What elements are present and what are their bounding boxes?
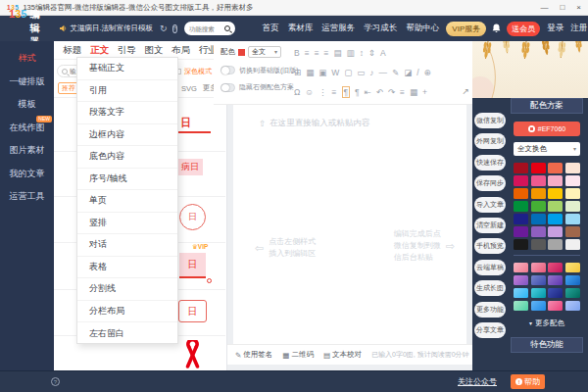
help-circle-icon[interactable]: ? xyxy=(172,24,177,33)
quick-save-button[interactable]: 快速保存 xyxy=(474,155,506,171)
vip-service-button[interactable]: VIP服务 xyxy=(446,22,486,36)
wechat-copy-button[interactable]: 微信复制 xyxy=(474,113,506,128)
gradient-swatch[interactable] xyxy=(514,263,528,273)
sidebar-item-templates[interactable]: 模板 xyxy=(0,93,54,117)
color-swatch[interactable] xyxy=(565,226,580,237)
audio-icon[interactable]: ♪ xyxy=(369,68,373,77)
nav-item-services[interactable]: 运营服务 xyxy=(321,23,355,34)
grid-icon[interactable]: ▦ xyxy=(410,87,417,97)
align-right-icon[interactable]: ≡ xyxy=(324,48,329,58)
line-height-icon[interactable]: ▥ xyxy=(347,48,355,58)
paragraph-ltr-icon[interactable]: ¶ xyxy=(342,86,351,98)
tab-body-text[interactable]: 正文 xyxy=(86,44,114,57)
sidebar-item-one-click-layout[interactable]: 一键排版 xyxy=(0,71,54,94)
sidebar-item-my-articles[interactable]: 我的文章 xyxy=(0,163,54,186)
omega-icon[interactable]: Ω xyxy=(294,87,300,97)
color-swatch[interactable] xyxy=(514,214,528,224)
color-swatch[interactable] xyxy=(548,226,563,237)
color-swatch[interactable] xyxy=(531,239,546,250)
margin-icon[interactable]: ⇕ xyxy=(368,48,375,58)
gradient-swatch[interactable] xyxy=(531,301,546,312)
align-justify-icon[interactable]: ▤ xyxy=(334,48,342,58)
share-article-button[interactable]: 分享文章 xyxy=(474,322,506,338)
paragraph-rtl-icon[interactable]: ¶ xyxy=(355,87,360,97)
color-swatch[interactable] xyxy=(531,163,546,173)
align-center-icon[interactable]: ≡ xyxy=(315,48,319,58)
bold-icon[interactable]: B xyxy=(294,48,300,58)
color-swatch[interactable] xyxy=(531,188,546,199)
slash-icon[interactable]: / xyxy=(416,68,418,77)
color-swatch[interactable] xyxy=(565,175,580,186)
save-sync-button[interactable]: 保存同步 xyxy=(474,175,506,191)
drag-handle[interactable] xyxy=(207,278,212,283)
gradient-swatch[interactable] xyxy=(531,288,546,299)
gradient-swatch[interactable] xyxy=(514,288,528,299)
color-swatch[interactable] xyxy=(548,188,563,199)
signature-button[interactable]: ✎使用签名 xyxy=(235,350,272,360)
gradient-swatch[interactable] xyxy=(548,275,563,286)
color-swatch[interactable] xyxy=(514,188,528,199)
nav-item-home[interactable]: 首页 xyxy=(263,23,279,34)
menu-item-dialogue[interactable]: 对话 xyxy=(77,234,177,257)
more-colors-link[interactable]: ▾ 更多配色 xyxy=(509,318,585,328)
color-swatch[interactable] xyxy=(531,201,546,212)
color-swatch[interactable] xyxy=(565,163,580,173)
long-image-button[interactable]: 生成长图 xyxy=(474,280,506,296)
sidebar-item-styles[interactable]: 样式 xyxy=(0,47,54,71)
menu-item-bg-content[interactable]: 底色内容 xyxy=(77,146,177,169)
menu-item-divider[interactable]: 分割线 xyxy=(77,278,177,301)
tab-title[interactable]: 标题 xyxy=(59,44,86,57)
font-size-icon[interactable]: A xyxy=(380,48,386,58)
spacing-icon[interactable]: ↕ xyxy=(360,48,364,58)
emoji-icon[interactable]: ☺ xyxy=(305,87,314,97)
announcement[interactable]: 艾滋病日.法制宣传日模板 xyxy=(59,24,153,33)
gradient-swatch[interactable] xyxy=(565,263,580,273)
login-link[interactable]: 登录 xyxy=(547,23,564,34)
color-swatch[interactable] xyxy=(548,214,563,224)
clear-new-button[interactable]: 清空新建 xyxy=(474,218,506,233)
sidebar-item-operation-tools[interactable]: 运营工具 xyxy=(0,185,54,209)
image-icon[interactable]: ▦ xyxy=(306,68,314,77)
color-swatch[interactable] xyxy=(548,201,563,212)
bell-icon[interactable] xyxy=(492,24,501,33)
brush-icon[interactable]: ◪ xyxy=(404,68,412,77)
menu-item-quote[interactable]: 引用 xyxy=(77,80,177,103)
tag-svg[interactable]: SVG xyxy=(181,84,197,93)
nav-search-box[interactable] xyxy=(184,22,235,35)
gradient-swatch[interactable] xyxy=(531,263,546,273)
color-swatch[interactable] xyxy=(514,239,528,250)
color-swatch[interactable] xyxy=(531,175,546,186)
color-swatch[interactable] xyxy=(514,163,528,173)
mobile-preview-button[interactable]: 手机预览 xyxy=(474,238,506,254)
sidebar-item-online-drawing[interactable]: 在线作图NEW xyxy=(0,117,54,140)
sidebar-item-image-materials[interactable]: 图片素材 xyxy=(0,139,54,163)
external-copy-button[interactable]: 外网复制 xyxy=(474,133,506,149)
color-swatch[interactable] xyxy=(548,239,563,250)
colorize-scope-select[interactable]: 全文 ▾ xyxy=(248,46,281,58)
color-swatch[interactable] xyxy=(531,214,546,224)
style-preview-circle[interactable]: 日 xyxy=(179,204,206,230)
color-swatch[interactable] xyxy=(565,239,580,250)
unordered-list-icon[interactable]: ≡ xyxy=(332,87,337,97)
more-features-button[interactable]: 更多功能 xyxy=(474,302,506,318)
search-icon[interactable] xyxy=(224,25,230,31)
style-preview-pinkbox[interactable]: 日 xyxy=(179,253,206,278)
ordered-list-icon[interactable]: ⋮ xyxy=(318,87,327,97)
align-left-icon[interactable]: ≡ xyxy=(305,48,310,58)
tab-layout[interactable]: 布局 xyxy=(168,44,195,57)
color-swatch[interactable] xyxy=(565,201,580,212)
minimize-button[interactable]: — xyxy=(540,3,548,12)
fullscreen-icon[interactable]: ↗ xyxy=(462,86,469,96)
cloud-draft-button[interactable]: 云端草稿 xyxy=(474,260,506,275)
pen-icon[interactable]: ✎ xyxy=(392,68,399,77)
aids-ribbon-icon[interactable] xyxy=(184,340,201,369)
tab-image-text[interactable]: 图文 xyxy=(140,44,168,57)
tab-guide[interactable]: 引导 xyxy=(113,44,140,57)
menu-item-vertical[interactable]: 竖排 xyxy=(77,213,177,235)
color-swatch[interactable] xyxy=(514,226,528,237)
move-icon[interactable]: + xyxy=(422,87,427,97)
nav-search-input[interactable] xyxy=(189,25,222,32)
gradient-swatch[interactable] xyxy=(565,301,580,312)
proofread-button[interactable]: ▤文本校对 xyxy=(323,350,362,360)
style-preview-highlight[interactable]: 病日 xyxy=(177,159,203,175)
